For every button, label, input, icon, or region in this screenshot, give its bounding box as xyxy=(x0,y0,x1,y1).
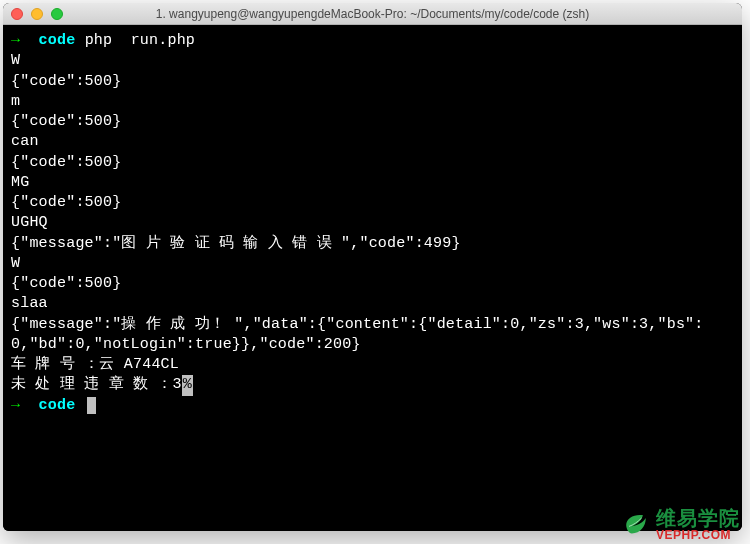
output-line: UGHQ xyxy=(11,213,734,233)
prompt-arrow-icon: → xyxy=(11,32,20,49)
output-line: W xyxy=(11,51,734,71)
minimize-button[interactable] xyxy=(31,8,43,20)
prompt-path: code xyxy=(39,32,76,49)
output-line: {"message":"图 片 验 证 码 输 入 错 误 ","code":4… xyxy=(11,234,734,254)
cursor-icon xyxy=(87,397,96,414)
watermark: 维易学院 VEPHP.COM xyxy=(622,508,740,542)
window-title: 1. wangyupeng@wangyupengdeMacBook-Pro: ~… xyxy=(3,7,742,21)
output-line: {"code":500} xyxy=(11,153,734,173)
output-line: {"code":500} xyxy=(11,72,734,92)
watermark-text: 维易学院 VEPHP.COM xyxy=(656,508,740,542)
prompt-arrow-icon: → xyxy=(11,397,20,414)
output-line: 未 处 理 违 章 数 ：3% xyxy=(11,375,734,395)
output-line: MG xyxy=(11,173,734,193)
output-line: {"code":500} xyxy=(11,112,734,132)
output-line: slaa xyxy=(11,294,734,314)
watermark-en: VEPHP.COM xyxy=(656,529,731,542)
close-button[interactable] xyxy=(11,8,23,20)
output-line: {"message":"操 作 成 功！ ","data":{"content"… xyxy=(11,315,734,356)
output-line: {"code":500} xyxy=(11,274,734,294)
prompt-path: code xyxy=(39,397,76,414)
command-text: php run.php xyxy=(85,32,195,49)
inverted-char: % xyxy=(182,375,193,395)
titlebar[interactable]: 1. wangyupeng@wangyupengdeMacBook-Pro: ~… xyxy=(3,3,742,25)
output-line: {"code":500} xyxy=(11,193,734,213)
output-line: m xyxy=(11,92,734,112)
output-line: W xyxy=(11,254,734,274)
output-line: 车 牌 号 ：云 A744CL xyxy=(11,355,734,375)
watermark-cn: 维易学院 xyxy=(656,508,740,529)
output-text: 未 处 理 违 章 数 ：3 xyxy=(11,376,182,393)
leaf-icon xyxy=(622,511,650,539)
traffic-lights xyxy=(11,8,63,20)
terminal-body[interactable]: → code php run.php W {"code":500} m {"co… xyxy=(3,25,742,531)
output-line: can xyxy=(11,132,734,152)
prompt-line: → code xyxy=(11,396,734,416)
prompt-line: → code php run.php xyxy=(11,31,734,51)
terminal-window: 1. wangyupeng@wangyupengdeMacBook-Pro: ~… xyxy=(3,3,742,531)
maximize-button[interactable] xyxy=(51,8,63,20)
